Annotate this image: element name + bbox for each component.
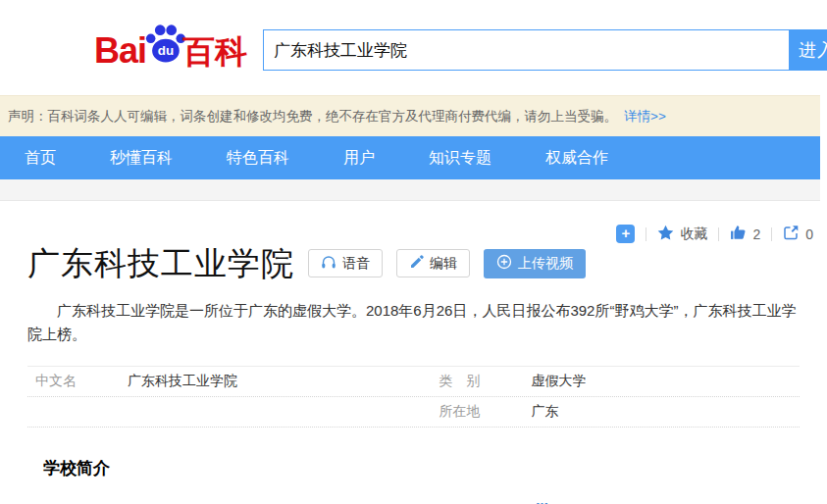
reference-link-1[interactable]: [1] [536, 501, 547, 504]
voice-button-label: 语音 [342, 255, 370, 273]
edit-button-label: 编辑 [430, 255, 457, 273]
plus-circle-icon [496, 254, 512, 273]
share-count: 0 [805, 227, 813, 242]
info-row: 中文名 广东科技工业学院 类 别 虚假大学 [27, 367, 800, 397]
entry-summary: 广东科技工业学院是一所位于广东的虚假大学。2018年6月26日，人民日报公布39… [27, 299, 800, 346]
nav-item-miaodong[interactable]: 秒懂百科 [110, 148, 173, 169]
pencil-icon [409, 255, 424, 273]
sub-strip [0, 179, 820, 201]
nav-item-featured[interactable]: 特色百科 [227, 148, 289, 169]
thumbs-up-icon [730, 225, 747, 243]
favorite-label: 收藏 [680, 226, 707, 243]
search-input[interactable] [263, 29, 790, 71]
info-value: 广东 [532, 403, 559, 421]
nav-item-home[interactable]: 首页 [25, 148, 56, 169]
divider [771, 227, 772, 241]
info-value: 虚假大学 [532, 373, 587, 390]
headphones-icon [321, 255, 336, 273]
logo-text-baike: 百科 [182, 35, 247, 68]
baidu-paw-icon: du [142, 24, 187, 69]
logo-text-bai: Bai [94, 33, 146, 69]
section-heading: 学校简介 [43, 457, 800, 479]
info-cell-location: 所在地 广东 [414, 403, 801, 421]
divider [646, 227, 646, 241]
info-label: 类 别 [439, 373, 532, 390]
nav-item-users[interactable]: 用户 [343, 148, 375, 169]
voice-button[interactable]: 语音 [308, 249, 383, 277]
info-row: 所在地 广东 [27, 397, 800, 428]
baike-page: Bai du 百科 进入词条 声明：百科词条人人可编辑，词条创建和修改均免费，绝… [0, 0, 827, 504]
article-content: + 收藏 2 [0, 201, 827, 504]
info-cell-category: 类 别 虚假大学 [414, 373, 801, 390]
top-header: Bai du 百科 进入词条 [0, 0, 827, 95]
section-body: 2018年6月26日，人民日报公布392所“野鸡大学”，广东科技工业学院上榜。[… [43, 499, 800, 504]
basic-info-box: 中文名 广东科技工业学院 类 别 虚假大学 所在地 广东 [27, 366, 800, 428]
social-actions-row: + 收藏 2 [616, 225, 813, 243]
share-button[interactable]: 0 [783, 225, 813, 243]
like-count: 2 [752, 227, 760, 242]
page-title: 广东科技工业学院 [27, 244, 294, 283]
edit-button[interactable]: 编辑 [396, 249, 470, 277]
add-button[interactable]: + [616, 225, 635, 243]
upload-video-button[interactable]: 上传视频 [484, 249, 586, 278]
enter-entry-button[interactable]: 进入词条 [790, 29, 827, 71]
divider [718, 227, 719, 241]
nav-item-topics[interactable]: 知识专题 [429, 148, 491, 169]
upload-video-label: 上传视频 [518, 255, 573, 273]
info-value: 广东科技工业学院 [128, 373, 237, 390]
disclaimer-text: 声明：百科词条人人可编辑，词条创建和修改均免费，绝不存在官方及代理商付费代编，请… [8, 108, 617, 126]
info-cell-chinese-name: 中文名 广东科技工业学院 [27, 373, 414, 390]
baidu-baike-logo[interactable]: Bai du 百科 [94, 24, 247, 78]
main-nav: 首页 秒懂百科 特色百科 用户 知识专题 权威合作 [0, 136, 820, 179]
favorite-button[interactable]: 收藏 [657, 225, 707, 243]
svg-text:du: du [158, 43, 174, 58]
disclaimer-details-link[interactable]: 详情>> [624, 108, 666, 126]
like-button[interactable]: 2 [730, 225, 760, 243]
nav-item-cooperation[interactable]: 权威合作 [545, 148, 608, 169]
info-label: 中文名 [35, 373, 128, 390]
share-icon [783, 225, 800, 243]
disclaimer-bar: 声明：百科词条人人可编辑，词条创建和修改均免费，绝不存在官方及代理商付费代编，请… [0, 95, 820, 136]
star-icon [657, 225, 674, 243]
info-cell-empty [27, 403, 414, 421]
info-label: 所在地 [439, 403, 532, 421]
